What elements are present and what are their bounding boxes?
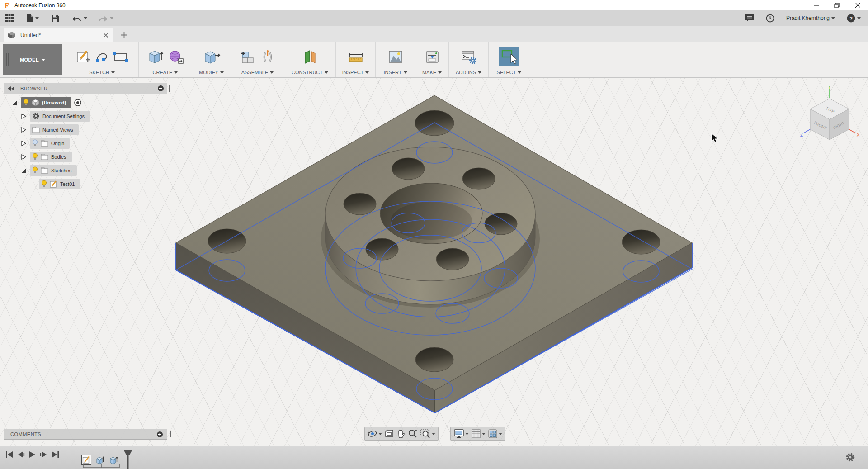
tree-row-origin[interactable]: Origin xyxy=(4,137,172,149)
sketch-menu[interactable]: SKETCH xyxy=(89,70,115,75)
gear-icon xyxy=(845,452,855,462)
play-button[interactable] xyxy=(29,451,36,458)
fit-button[interactable] xyxy=(420,429,435,439)
browser-header[interactable]: BROWSER xyxy=(4,83,167,94)
save-button[interactable] xyxy=(51,14,60,23)
bulb-off-icon[interactable] xyxy=(32,139,38,147)
viewcube[interactable]: Y TOP FRONT RIGHT Z X xyxy=(798,86,866,145)
dropdown-arrow-icon xyxy=(478,71,481,74)
tree-pill[interactable]: Document Settings xyxy=(30,111,90,122)
comments-panel[interactable]: COMMENTS xyxy=(4,429,167,440)
bulb-on-icon[interactable] xyxy=(32,153,38,161)
grid-display-button[interactable] xyxy=(471,429,486,439)
close-button[interactable] xyxy=(847,0,868,10)
tree-pill[interactable]: Bodies xyxy=(30,152,72,162)
joint-icon[interactable] xyxy=(260,49,275,65)
new-tab-button[interactable] xyxy=(118,29,129,40)
tree-row-document-settings[interactable]: Document Settings xyxy=(4,110,172,122)
bulb-on-icon[interactable] xyxy=(23,99,29,106)
pan-button[interactable] xyxy=(396,429,406,439)
viewports-button[interactable] xyxy=(488,429,502,439)
collapsed-arrow-icon[interactable] xyxy=(21,127,26,133)
inspect-menu[interactable]: INSPECT xyxy=(342,70,369,75)
undo-button[interactable] xyxy=(71,14,88,23)
tree-pill[interactable]: Sketches xyxy=(30,165,77,176)
help-button[interactable]: ? xyxy=(846,13,862,24)
timeline-feature-extrude-2[interactable] xyxy=(108,455,118,465)
recent-activity-button[interactable] xyxy=(765,13,775,24)
tree-pill[interactable]: Origin xyxy=(30,138,70,149)
create-sketch-icon[interactable] xyxy=(76,49,91,65)
tree-row-sketches[interactable]: Sketches xyxy=(4,165,172,176)
panel-minus-icon[interactable] xyxy=(157,85,164,92)
viewport-canvas[interactable]: Y TOP FRONT RIGHT Z X BROWSER xyxy=(0,78,868,446)
restore-button[interactable] xyxy=(826,0,847,10)
add-comment-icon[interactable] xyxy=(156,431,163,438)
root-pill[interactable]: (Unsaved) xyxy=(21,97,71,108)
timeline-feature-extrude-1[interactable] xyxy=(95,455,105,465)
job-status-button[interactable] xyxy=(744,13,755,23)
select-tool-button[interactable] xyxy=(499,47,519,66)
dropdown-arrow-icon xyxy=(857,17,861,19)
bulb-on-icon[interactable] xyxy=(41,180,47,188)
addins-menu[interactable]: ADD-INS xyxy=(456,70,481,75)
workspace-switcher[interactable]: MODEL xyxy=(3,44,62,75)
create-form-icon[interactable] xyxy=(168,49,184,65)
file-menu-button[interactable] xyxy=(25,13,40,24)
tree-row-bodies[interactable]: Bodies xyxy=(4,151,172,162)
go-to-start-button[interactable] xyxy=(5,451,13,458)
tree-row-test01[interactable]: Test01 xyxy=(4,178,172,189)
assemble-menu[interactable]: ASSEMBLE xyxy=(241,70,274,75)
orbit-button[interactable] xyxy=(368,429,382,439)
insert-image-icon[interactable] xyxy=(387,50,404,64)
collapsed-arrow-icon[interactable] xyxy=(21,140,26,147)
tree-label: Test01 xyxy=(60,181,75,187)
display-settings-button[interactable] xyxy=(453,429,469,439)
construct-menu[interactable]: CONSTRUCT xyxy=(292,70,328,75)
expanded-arrow-icon[interactable] xyxy=(12,99,18,106)
panel-drag-grip[interactable] xyxy=(170,431,173,437)
rectangle-tool-icon[interactable] xyxy=(113,51,128,63)
new-component-icon[interactable] xyxy=(240,49,256,65)
user-account-button[interactable]: Pradit Khemthong xyxy=(785,14,836,22)
go-to-end-button[interactable] xyxy=(52,451,59,458)
arc-tool-icon[interactable] xyxy=(95,50,109,64)
app-grid-button[interactable] xyxy=(5,13,14,23)
expanded-arrow-icon[interactable] xyxy=(21,167,27,174)
tab-label: Untitled* xyxy=(20,32,41,38)
bulb-on-icon[interactable] xyxy=(32,166,38,174)
step-back-button[interactable] xyxy=(17,451,25,458)
ribbon-group-modify: MODIFY xyxy=(192,42,231,77)
collapse-panel-icon[interactable] xyxy=(8,86,15,91)
measure-icon[interactable] xyxy=(348,50,364,64)
collapsed-arrow-icon[interactable] xyxy=(21,113,26,119)
tab-untitled[interactable]: Untitled* xyxy=(4,28,113,42)
insert-menu[interactable]: INSERT xyxy=(383,70,407,75)
timeline-feature-sketch[interactable] xyxy=(81,455,91,465)
look-at-button[interactable] xyxy=(384,429,394,438)
tree-pill[interactable]: Named Views xyxy=(30,124,79,135)
3d-print-icon[interactable] xyxy=(425,50,440,64)
tree-pill[interactable]: Test01 xyxy=(39,179,80,189)
select-menu[interactable]: SELECT xyxy=(497,70,522,75)
tree-row-named-views[interactable]: Named Views xyxy=(4,124,172,135)
timeline-settings-button[interactable] xyxy=(845,452,855,464)
construct-plane-icon[interactable] xyxy=(302,49,318,65)
modify-menu[interactable]: MODIFY xyxy=(199,70,224,75)
extrude-icon[interactable] xyxy=(147,49,164,65)
minimize-button[interactable] xyxy=(806,0,826,10)
step-forward-button[interactable] xyxy=(40,451,47,458)
scripts-addins-icon[interactable] xyxy=(461,49,477,65)
tab-close-button[interactable] xyxy=(104,31,108,39)
tree-row-root[interactable]: (Unsaved) xyxy=(4,97,172,108)
activate-radio-icon[interactable] xyxy=(74,99,82,107)
mouse-cursor xyxy=(711,133,720,144)
panel-drag-grip[interactable] xyxy=(169,85,172,92)
make-menu[interactable]: MAKE xyxy=(422,70,442,75)
collapsed-arrow-icon[interactable] xyxy=(21,154,26,160)
create-menu[interactable]: CREATE xyxy=(153,70,178,75)
press-pull-icon[interactable] xyxy=(203,49,221,65)
redo-button[interactable] xyxy=(97,14,114,23)
zoom-button[interactable] xyxy=(408,429,418,439)
toolbar-grip[interactable] xyxy=(6,53,9,66)
